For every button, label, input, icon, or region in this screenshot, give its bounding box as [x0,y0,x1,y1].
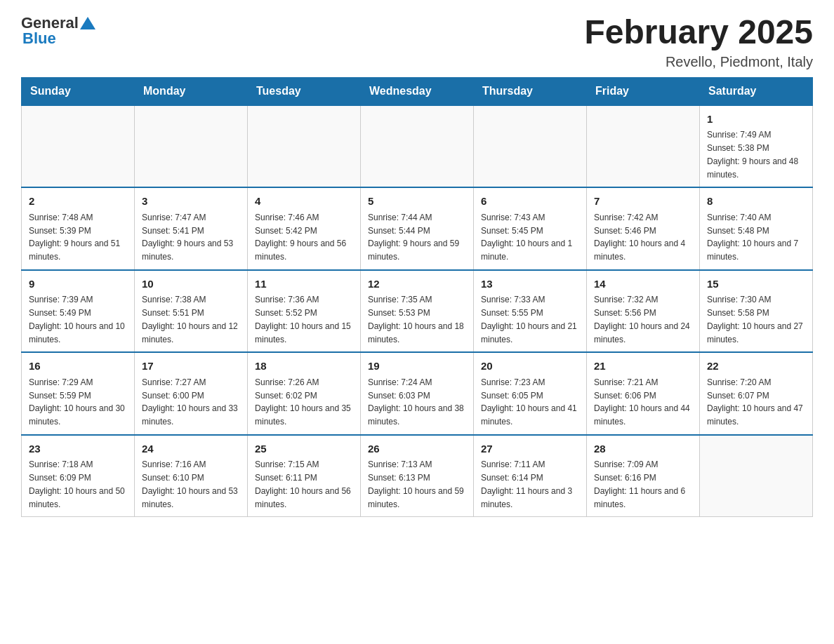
day-of-week-header: Tuesday [248,77,361,105]
day-info: Sunrise: 7:42 AMSunset: 5:46 PMDaylight:… [594,213,685,262]
calendar-cell [587,105,700,188]
logo: General Blue [21,14,95,48]
calendar-week-row: 1Sunrise: 7:49 AMSunset: 5:38 PMDaylight… [22,105,813,188]
calendar-cell: 6Sunrise: 7:43 AMSunset: 5:45 PMDaylight… [474,187,587,270]
day-number: 11 [255,276,353,293]
day-number: 14 [594,276,692,293]
calendar-cell [700,435,813,517]
calendar-week-row: 16Sunrise: 7:29 AMSunset: 5:59 PMDayligh… [22,352,813,435]
day-number: 15 [707,276,805,293]
page-header: General Blue February 2025 Revello, Pied… [21,14,813,70]
day-info: Sunrise: 7:26 AMSunset: 6:02 PMDaylight:… [255,377,351,427]
calendar-cell: 9Sunrise: 7:39 AMSunset: 5:49 PMDaylight… [22,270,135,353]
calendar-cell: 20Sunrise: 7:23 AMSunset: 6:05 PMDayligh… [474,352,587,435]
day-number: 22 [707,358,805,375]
day-number: 1 [707,112,805,128]
day-number: 20 [481,358,579,375]
day-number: 8 [707,194,805,210]
day-info: Sunrise: 7:27 AMSunset: 6:00 PMDaylight:… [142,377,238,427]
day-info: Sunrise: 7:48 AMSunset: 5:39 PMDaylight:… [29,213,120,262]
calendar-cell [135,105,248,188]
day-info: Sunrise: 7:11 AMSunset: 6:14 PMDaylight:… [481,459,572,509]
day-number: 3 [142,194,240,210]
calendar-cell [474,105,587,188]
calendar-cell: 24Sunrise: 7:16 AMSunset: 6:10 PMDayligh… [135,435,248,517]
day-info: Sunrise: 7:13 AMSunset: 6:13 PMDaylight:… [368,459,464,509]
calendar-cell: 13Sunrise: 7:33 AMSunset: 5:55 PMDayligh… [474,270,587,353]
day-number: 24 [142,441,240,457]
day-number: 2 [29,194,127,210]
day-of-week-header: Saturday [700,77,813,105]
day-number: 4 [255,194,353,210]
day-info: Sunrise: 7:21 AMSunset: 6:06 PMDaylight:… [594,377,690,427]
calendar-week-row: 23Sunrise: 7:18 AMSunset: 6:09 PMDayligh… [22,435,813,517]
day-info: Sunrise: 7:30 AMSunset: 5:58 PMDaylight:… [707,295,803,344]
calendar-cell: 16Sunrise: 7:29 AMSunset: 5:59 PMDayligh… [22,352,135,435]
day-of-week-header: Thursday [474,77,587,105]
day-number: 26 [368,441,466,457]
days-header-row: SundayMondayTuesdayWednesdayThursdayFrid… [22,77,813,105]
day-number: 12 [368,276,466,293]
day-of-week-header: Wednesday [361,77,474,105]
day-number: 17 [142,358,240,375]
day-of-week-header: Monday [135,77,248,105]
calendar-cell: 27Sunrise: 7:11 AMSunset: 6:14 PMDayligh… [474,435,587,517]
calendar-cell: 15Sunrise: 7:30 AMSunset: 5:58 PMDayligh… [700,270,813,353]
calendar-cell: 11Sunrise: 7:36 AMSunset: 5:52 PMDayligh… [248,270,361,353]
day-number: 21 [594,358,692,375]
day-info: Sunrise: 7:20 AMSunset: 6:07 PMDaylight:… [707,377,803,427]
day-info: Sunrise: 7:44 AMSunset: 5:44 PMDaylight:… [368,213,459,262]
calendar-cell: 28Sunrise: 7:09 AMSunset: 6:16 PMDayligh… [587,435,700,517]
calendar-week-row: 2Sunrise: 7:48 AMSunset: 5:39 PMDaylight… [22,187,813,270]
calendar-cell: 4Sunrise: 7:46 AMSunset: 5:42 PMDaylight… [248,187,361,270]
day-info: Sunrise: 7:35 AMSunset: 5:53 PMDaylight:… [368,295,464,344]
calendar-cell: 8Sunrise: 7:40 AMSunset: 5:48 PMDaylight… [700,187,813,270]
calendar-week-row: 9Sunrise: 7:39 AMSunset: 5:49 PMDaylight… [22,270,813,353]
calendar-cell [22,105,135,188]
calendar-cell: 2Sunrise: 7:48 AMSunset: 5:39 PMDaylight… [22,187,135,270]
calendar-cell: 12Sunrise: 7:35 AMSunset: 5:53 PMDayligh… [361,270,474,353]
day-info: Sunrise: 7:38 AMSunset: 5:51 PMDaylight:… [142,295,238,344]
day-info: Sunrise: 7:23 AMSunset: 6:05 PMDaylight:… [481,377,577,427]
day-info: Sunrise: 7:36 AMSunset: 5:52 PMDaylight:… [255,295,351,344]
day-info: Sunrise: 7:46 AMSunset: 5:42 PMDaylight:… [255,213,346,262]
logo-blue-text: Blue [22,29,95,48]
calendar-cell: 23Sunrise: 7:18 AMSunset: 6:09 PMDayligh… [22,435,135,517]
day-info: Sunrise: 7:09 AMSunset: 6:16 PMDaylight:… [594,459,685,509]
calendar-title: February 2025 [584,14,813,51]
calendar-cell: 25Sunrise: 7:15 AMSunset: 6:11 PMDayligh… [248,435,361,517]
day-number: 6 [481,194,579,210]
day-number: 23 [29,441,127,457]
calendar-cell: 18Sunrise: 7:26 AMSunset: 6:02 PMDayligh… [248,352,361,435]
day-number: 7 [594,194,692,210]
day-number: 10 [142,276,240,293]
calendar-cell: 1Sunrise: 7:49 AMSunset: 5:38 PMDaylight… [700,105,813,188]
day-info: Sunrise: 7:18 AMSunset: 6:09 PMDaylight:… [29,459,125,509]
logo-triangle-icon [80,17,95,29]
day-info: Sunrise: 7:32 AMSunset: 5:56 PMDaylight:… [594,295,690,344]
day-number: 27 [481,441,579,457]
calendar-cell: 5Sunrise: 7:44 AMSunset: 5:44 PMDaylight… [361,187,474,270]
calendar-cell: 22Sunrise: 7:20 AMSunset: 6:07 PMDayligh… [700,352,813,435]
calendar-cell: 7Sunrise: 7:42 AMSunset: 5:46 PMDaylight… [587,187,700,270]
day-info: Sunrise: 7:43 AMSunset: 5:45 PMDaylight:… [481,213,572,262]
day-of-week-header: Sunday [22,77,135,105]
day-info: Sunrise: 7:40 AMSunset: 5:48 PMDaylight:… [707,213,798,262]
calendar-table: SundayMondayTuesdayWednesdayThursdayFrid… [21,77,813,518]
day-info: Sunrise: 7:15 AMSunset: 6:11 PMDaylight:… [255,459,351,509]
day-number: 13 [481,276,579,293]
day-number: 16 [29,358,127,375]
day-info: Sunrise: 7:16 AMSunset: 6:10 PMDaylight:… [142,459,238,509]
day-number: 28 [594,441,692,457]
svg-marker-0 [80,17,95,29]
day-info: Sunrise: 7:39 AMSunset: 5:49 PMDaylight:… [29,295,125,344]
calendar-location: Revello, Piedmont, Italy [584,54,813,70]
day-number: 5 [368,194,466,210]
calendar-cell: 19Sunrise: 7:24 AMSunset: 6:03 PMDayligh… [361,352,474,435]
day-of-week-header: Friday [587,77,700,105]
day-number: 25 [255,441,353,457]
day-number: 18 [255,358,353,375]
calendar-cell: 14Sunrise: 7:32 AMSunset: 5:56 PMDayligh… [587,270,700,353]
day-info: Sunrise: 7:29 AMSunset: 5:59 PMDaylight:… [29,377,125,427]
calendar-cell: 17Sunrise: 7:27 AMSunset: 6:00 PMDayligh… [135,352,248,435]
